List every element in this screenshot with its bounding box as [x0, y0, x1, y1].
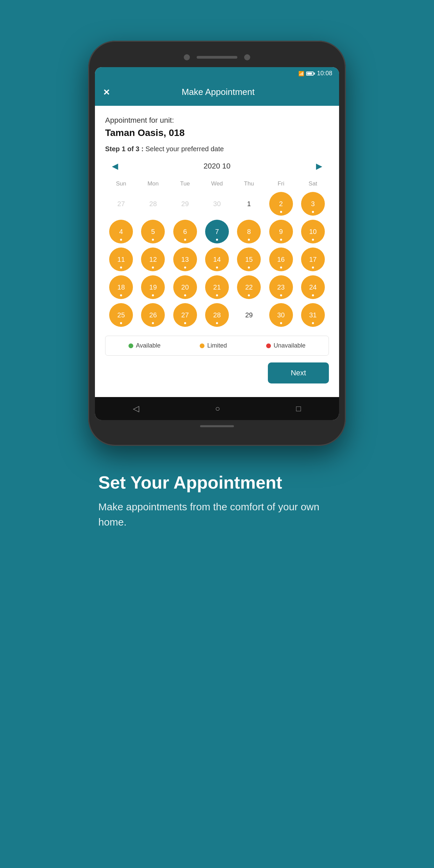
day-cell[interactable]: 22 [237, 275, 261, 299]
day-dot [312, 294, 314, 296]
day-cell[interactable]: 15 [237, 248, 261, 271]
day-cell[interactable]: 28 [205, 303, 229, 327]
calendar-cell: 10 [297, 218, 329, 245]
nav-recents-icon[interactable]: □ [296, 404, 301, 413]
battery-icon [306, 72, 315, 76]
nav-home-icon[interactable]: ○ [215, 404, 220, 413]
legend-limited-label: Limited [207, 342, 227, 349]
legend-unavailable-label: Unavailable [274, 342, 305, 349]
calendar-cell: 27 [169, 301, 201, 329]
weekday-fri: Fri [265, 178, 297, 190]
day-dot [120, 239, 122, 241]
day-dot [280, 294, 282, 296]
day-cell[interactable]: 13 [173, 248, 197, 271]
day-dot [280, 322, 282, 324]
app-header: × Make Appointment [95, 80, 339, 106]
calendar-row: 18192021222324 [105, 273, 329, 301]
day-dot [248, 267, 250, 269]
day-cell[interactable]: 29 [237, 303, 261, 327]
day-cell[interactable]: 2 [269, 192, 293, 216]
day-cell[interactable]: 16 [269, 248, 293, 271]
day-cell: 27 [109, 192, 133, 216]
calendar-row: 11121314151617 [105, 245, 329, 273]
day-dot [120, 322, 122, 324]
calendar-cell: 31 [297, 301, 329, 329]
calendar-cell: 28 [137, 190, 169, 218]
day-dot [152, 322, 154, 324]
day-dot [248, 239, 250, 241]
day-dot [216, 294, 218, 296]
marketing-title: Set Your Appointment [98, 473, 336, 492]
day-cell[interactable]: 7 [205, 220, 229, 243]
calendar-cell: 9 [265, 218, 297, 245]
calendar-cell: 16 [265, 245, 297, 273]
day-dot [280, 239, 282, 241]
day-cell[interactable]: 19 [141, 275, 165, 299]
day-cell[interactable]: 4 [109, 220, 133, 243]
day-cell[interactable]: 14 [205, 248, 229, 271]
calendar-cell: 19 [137, 273, 169, 301]
phone-top-bar [95, 51, 339, 67]
calendar-cell: 30 [265, 301, 297, 329]
day-dot [120, 267, 122, 269]
phone-sensor [244, 54, 250, 60]
weekday-mon: Mon [137, 178, 169, 190]
day-dot [184, 239, 186, 241]
battery-fill [307, 73, 312, 75]
nav-back-icon[interactable]: ◁ [133, 404, 139, 413]
legend-available-label: Available [136, 342, 161, 349]
legend-dot-limited [200, 343, 204, 348]
day-cell[interactable]: 10 [301, 220, 325, 243]
day-cell[interactable]: 18 [109, 275, 133, 299]
day-cell[interactable]: 25 [109, 303, 133, 327]
weekday-sun: Sun [105, 178, 137, 190]
weekday-tue: Tue [169, 178, 201, 190]
status-icons: 📶 10:08 [298, 70, 332, 77]
phone-container: 📶 10:08 × Make Appointment Appointme [88, 41, 346, 446]
day-dot [280, 211, 282, 213]
phone-frame: 📶 10:08 × Make Appointment Appointme [88, 41, 346, 446]
day-cell[interactable]: 27 [173, 303, 197, 327]
calendar-cell: 17 [297, 245, 329, 273]
calendar-next-button[interactable]: ▶ [313, 160, 326, 173]
next-button[interactable]: Next [268, 362, 329, 383]
day-cell[interactable]: 11 [109, 248, 133, 271]
phone-speaker [197, 56, 237, 59]
calendar-cell: 1 [233, 190, 265, 218]
legend-available: Available [129, 342, 161, 349]
day-cell[interactable]: 23 [269, 275, 293, 299]
legend-dot-unavailable [266, 343, 271, 348]
calendar-cell: 6 [169, 218, 201, 245]
day-cell: 29 [173, 192, 197, 216]
day-cell[interactable]: 8 [237, 220, 261, 243]
calendar-row: 45678910 [105, 218, 329, 245]
close-button[interactable]: × [103, 86, 110, 97]
day-dot [216, 322, 218, 324]
step-description: Select your preferred date [145, 145, 224, 153]
day-cell[interactable]: 31 [301, 303, 325, 327]
day-cell[interactable]: 12 [141, 248, 165, 271]
step-label: Step 1 of 3 : [105, 145, 143, 153]
next-button-wrapper: Next [105, 362, 329, 387]
phone-camera [184, 54, 190, 60]
calendar-cell: 15 [233, 245, 265, 273]
day-cell[interactable]: 26 [141, 303, 165, 327]
legend-dot-available [129, 343, 133, 348]
home-indicator [200, 425, 234, 427]
day-cell[interactable]: 24 [301, 275, 325, 299]
day-cell[interactable]: 17 [301, 248, 325, 271]
day-cell[interactable]: 1 [237, 192, 261, 216]
day-cell[interactable]: 20 [173, 275, 197, 299]
day-cell[interactable]: 30 [269, 303, 293, 327]
legend-limited: Limited [200, 342, 227, 349]
wifi-icon: 📶 [298, 71, 304, 76]
day-cell[interactable]: 3 [301, 192, 325, 216]
day-cell[interactable]: 9 [269, 220, 293, 243]
day-cell[interactable]: 5 [141, 220, 165, 243]
calendar-prev-button[interactable]: ◀ [108, 160, 121, 173]
weekday-wed: Wed [201, 178, 233, 190]
day-dot [152, 239, 154, 241]
day-cell[interactable]: 6 [173, 220, 197, 243]
day-cell[interactable]: 21 [205, 275, 229, 299]
calendar-row: 25262728293031 [105, 301, 329, 329]
